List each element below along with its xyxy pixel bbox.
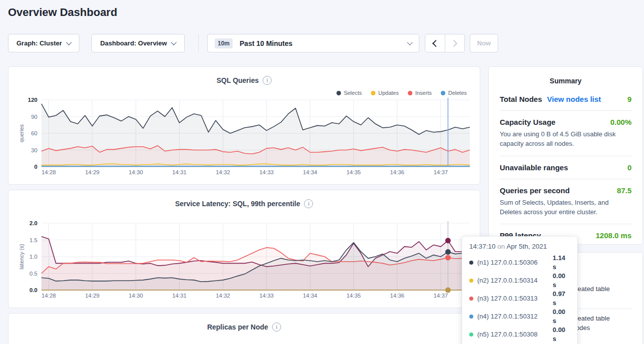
svg-text:latency (s): latency (s) [18,244,24,270]
tooltip-node-label: (n5) 127.0.0.1:50308 [477,330,549,339]
summary-row: Capacity Usage0.00%You are using 0 B of … [500,111,632,156]
tooltip-node-value: 0.00 s [553,272,570,290]
sql-queries-card: SQL Queries i SelectsUpdatesInsertsDelet… [8,66,480,185]
view-nodes-list-link[interactable]: View nodes list [547,95,601,103]
svg-text:14:31: 14:31 [172,293,187,299]
time-next-button[interactable] [445,34,465,52]
svg-text:0: 0 [34,164,37,170]
tooltip-node-row: (n3) 127.0.0.1:503130.97 s [469,290,570,308]
tooltip-node-row: (n5) 127.0.0.1:503080.00 s [469,326,570,344]
sql-queries-title: SQL Queries [217,76,259,84]
svg-text:14:33: 14:33 [259,293,274,299]
summary-value: 0.00% [610,118,632,126]
time-range-badge: 10m [215,38,233,48]
svg-text:1.5: 1.5 [29,237,37,243]
svg-text:14:28: 14:28 [41,293,56,299]
svg-text:14:37: 14:37 [433,293,448,299]
chevron-left-icon [432,39,439,46]
info-icon[interactable]: i [263,76,272,85]
svg-text:queries: queries [18,124,24,142]
summary-value: 87.5 [617,186,632,195]
chevron-down-icon [407,39,412,45]
svg-text:14:34: 14:34 [303,293,318,299]
latency-card: Service Latency: SQL, 99th percentile i … [8,190,480,308]
svg-text:14:35: 14:35 [346,169,361,175]
time-range-selector[interactable]: 10m Past 10 Minutes [207,34,419,52]
graph-dropdown-label: Graph: Cluster [16,39,62,47]
summary-title: Summary [489,67,643,85]
chart-hover-tooltip: 14:37:10 on Apr 5th, 2021 (n1) 127.0.0.1… [462,236,578,344]
svg-text:30: 30 [31,147,37,153]
svg-text:14:30: 14:30 [129,169,143,175]
svg-text:14:30: 14:30 [129,293,143,299]
svg-text:14:32: 14:32 [216,293,230,299]
svg-text:90: 90 [31,114,37,120]
node-color-dot-icon [469,297,473,301]
tooltip-node-row: (n4) 127.0.0.1:503120.00 s [469,308,570,326]
tooltip-timestamp: 14:37:10 on Apr 5th, 2021 [469,243,570,250]
tooltip-node-value: 1.14 s [553,254,570,272]
svg-text:14:32: 14:32 [216,169,230,175]
svg-text:14:34: 14:34 [303,169,318,175]
time-step-buttons [425,34,465,52]
summary-subtext: You are using 0 B of 4.5 GiB usable disk… [500,130,632,149]
svg-text:14:36: 14:36 [390,169,404,175]
svg-text:0.0: 0.0 [29,287,37,293]
tooltip-node-value: 0.00 s [553,326,570,344]
time-range-label: Past 10 Minutes [240,39,293,47]
summary-label: Total Nodes [500,95,542,103]
summary-row: Total NodesView nodes list9 [500,88,632,111]
summary-row: Unavailable ranges0 [500,156,632,179]
node-color-dot-icon [469,315,473,319]
info-icon[interactable]: i [304,199,313,208]
page-title: Overview Dashboard [8,6,117,19]
svg-text:2.0: 2.0 [29,220,37,226]
summary-subtext: Sum of Selects, Updates, Inserts, and De… [500,198,632,217]
latency-title: Service Latency: SQL, 99th percentile [175,200,301,208]
svg-text:0.5: 0.5 [29,271,37,277]
summary-label: Unavailable ranges [500,163,568,172]
chevron-right-icon [450,39,457,46]
graph-dropdown[interactable]: Graph: Cluster [8,34,79,52]
summary-label: Capacity Usage [500,118,556,126]
tooltip-node-value: 0.00 s [553,308,570,326]
svg-text:14:33: 14:33 [259,169,274,175]
latency-chart[interactable]: 14:2814:2914:3014:3114:3214:3314:3414:35… [16,218,473,304]
overview-dashboard-page: Overview Dashboard Graph: Cluster Dashbo… [0,0,644,344]
node-color-dot-icon [469,333,473,337]
tooltip-node-label: (n2) 127.0.0.1:50314 [477,276,549,285]
node-color-dot-icon [469,261,473,265]
svg-text:60: 60 [31,130,37,136]
svg-text:14:31: 14:31 [172,169,187,175]
dashboard-dropdown[interactable]: Dashboard: Overview [91,34,185,52]
summary-label: Queries per second [500,186,570,195]
sql-queries-chart[interactable]: 14:2814:2914:3014:3114:3214:3314:3414:35… [16,94,473,180]
now-button[interactable]: Now [470,34,498,52]
chevron-down-icon [66,39,71,45]
summary-rows: Total NodesView nodes list9Capacity Usag… [489,85,643,247]
svg-text:14:36: 14:36 [390,293,404,299]
tooltip-node-value: 0.97 s [553,290,570,308]
replicas-card: Replicas per Node i [8,313,480,344]
summary-value: 0 [628,163,632,172]
dashboard-dropdown-label: Dashboard: Overview [100,39,167,47]
tooltip-node-label: (n3) 127.0.0.1:50313 [477,294,549,303]
svg-text:14:29: 14:29 [85,293,99,299]
summary-value: 9 [628,95,632,103]
svg-text:14:35: 14:35 [346,293,361,299]
info-icon[interactable]: i [272,323,281,332]
svg-text:120: 120 [28,97,37,103]
tooltip-node-label: (n4) 127.0.0.1:50312 [477,312,549,321]
now-button-label: Now [477,39,491,47]
summary-value: 1208.0 ms [596,231,632,240]
chevron-down-icon [171,39,177,45]
svg-text:14:28: 14:28 [41,169,56,175]
time-prev-button[interactable] [425,34,445,52]
svg-text:14:29: 14:29 [85,169,99,175]
toolbar-divider [198,34,199,52]
replicas-title: Replicas per Node [207,323,268,331]
tooltip-node-row: (n2) 127.0.0.1:503140.00 s [469,272,570,290]
tooltip-node-row: (n1) 127.0.0.1:503061.14 s [469,254,570,272]
tooltip-node-label: (n1) 127.0.0.1:50306 [477,258,549,267]
node-color-dot-icon [469,279,473,283]
